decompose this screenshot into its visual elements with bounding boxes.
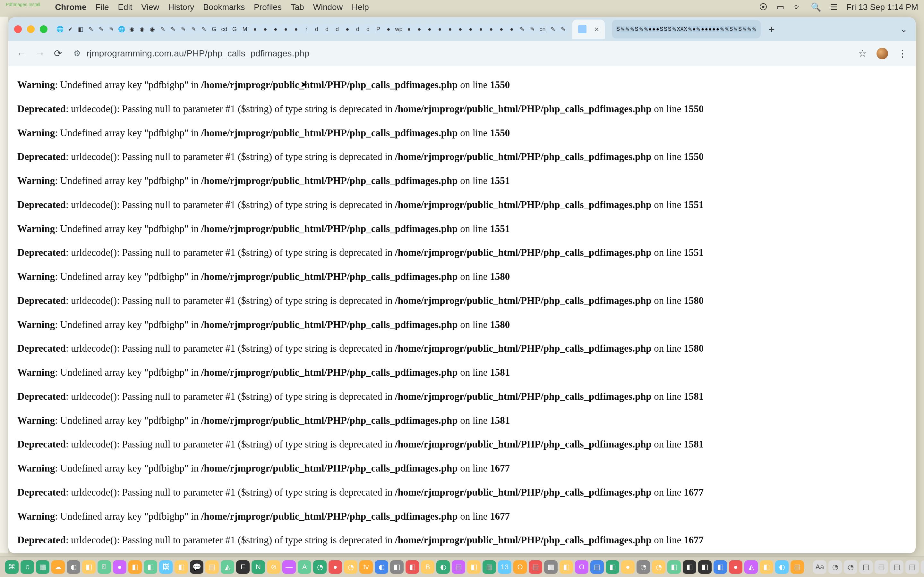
dock-app-icon[interactable]: O xyxy=(513,560,527,574)
pinned-tab-favicon[interactable]: ● xyxy=(384,24,393,34)
pinned-tab-favicon[interactable]: ✎ xyxy=(742,26,746,32)
pinned-tab-favicon[interactable]: ✎ xyxy=(548,24,557,34)
pinned-tab-favicon[interactable]: S xyxy=(664,26,667,32)
dock-app-icon[interactable]: — xyxy=(282,560,296,574)
window-minimize-button[interactable] xyxy=(27,25,35,33)
dock-app-icon[interactable]: ▦ xyxy=(544,560,557,574)
back-button[interactable]: ← xyxy=(17,48,26,59)
pinned-tab-favicon[interactable]: ✎ xyxy=(747,26,751,32)
dock-app-icon[interactable]: ▤ xyxy=(529,560,542,574)
dock-file-icon[interactable]: ▤ xyxy=(875,560,888,574)
pinned-tab-favicon[interactable]: ● xyxy=(260,24,270,34)
battery-icon[interactable]: ▭ xyxy=(776,2,784,12)
pinned-tab-favicon[interactable]: ◉ xyxy=(127,24,137,34)
pinned-tab-favicon[interactable]: ✎ xyxy=(720,26,724,32)
pinned-tab-favicon[interactable]: ● xyxy=(649,26,652,32)
pinned-tab-favicon[interactable]: ● xyxy=(701,26,704,32)
pinned-tab-favicon[interactable]: wp xyxy=(394,24,404,34)
pinned-tab-favicon[interactable]: ● xyxy=(507,24,517,34)
menubar-clock[interactable]: Fri 13 Sep 1:14 PM xyxy=(846,2,918,12)
new-tab-button[interactable]: + xyxy=(768,23,775,35)
dock-app-icon[interactable]: ▤ xyxy=(452,560,465,574)
pinned-tab-favicon[interactable]: ✎ xyxy=(558,24,568,34)
pinned-tab-favicon[interactable]: ● xyxy=(693,26,696,32)
pinned-tab-favicon[interactable]: ✎ xyxy=(158,24,168,34)
dock-app-icon[interactable]: ◧ xyxy=(128,560,142,574)
pinned-tab-favicon[interactable]: ✎ xyxy=(644,26,648,32)
dock-app-icon[interactable]: ◧ xyxy=(683,560,696,574)
pinned-tab-favicon[interactable]: ✎ xyxy=(517,24,527,34)
dock-app-icon[interactable]: ◔ xyxy=(313,560,326,574)
reload-button[interactable]: ⟳ xyxy=(54,48,62,59)
tab-close-button[interactable]: × xyxy=(594,24,599,34)
pinned-tab-favicon[interactable]: ✎ xyxy=(639,26,643,32)
dock-app-icon[interactable]: ◧ xyxy=(606,560,619,574)
pinned-tab-favicon[interactable]: ✎ xyxy=(168,24,178,34)
url-input[interactable] xyxy=(87,48,846,59)
dock-app-icon[interactable]: ◧ xyxy=(760,560,773,574)
pinned-tab-favicon[interactable]: ● xyxy=(456,24,465,34)
dock-app-icon[interactable]: ◧ xyxy=(405,560,419,574)
pinned-tab-favicon[interactable]: S xyxy=(738,26,742,32)
dock-app-icon[interactable]: ◐ xyxy=(375,560,388,574)
dock-app-icon[interactable]: F xyxy=(236,560,250,574)
pinned-tab-favicon[interactable]: ✎ xyxy=(625,26,630,32)
pinned-tab-favicon[interactable]: ● xyxy=(342,24,352,34)
dock-app-icon[interactable]: ◔ xyxy=(344,560,357,574)
pinned-tab-favicon[interactable]: r xyxy=(302,24,311,34)
dock-app-icon[interactable]: ⊘ xyxy=(267,560,280,574)
pinned-tab-favicon[interactable]: ● xyxy=(652,26,656,32)
dock-app-icon[interactable]: ☁ xyxy=(51,560,65,574)
pinned-tab-favicon[interactable]: XXX xyxy=(677,26,687,32)
page-content[interactable]: Warning: Undefined array key "pdfbighp" … xyxy=(8,66,916,553)
pinned-tab-favicon[interactable]: P xyxy=(373,24,383,34)
spotlight-icon[interactable]: 🔍 xyxy=(811,2,821,12)
dock-app-icon[interactable]: ⌘ xyxy=(5,560,19,574)
pinned-tab-favicon[interactable]: ✎ xyxy=(733,26,738,32)
pinned-tab-favicon[interactable]: ● xyxy=(466,24,475,34)
dock-file-icon[interactable]: ▤ xyxy=(921,560,924,574)
active-tab[interactable]: × xyxy=(572,19,605,39)
pinned-tab-favicon[interactable]: ● xyxy=(486,24,496,34)
chrome-menu-icon[interactable]: ⋮ xyxy=(898,48,907,59)
tab-group-right[interactable]: S✎✎✎S✎✎●●●SSS✎XXX✎●✎●●●●●✎✎S✎S✎✎✎ xyxy=(612,20,761,39)
pinned-tab-favicon[interactable]: d xyxy=(333,24,342,34)
pinned-tab-favicon[interactable]: ● xyxy=(291,24,301,34)
pinned-tab-favicon[interactable]: ◉ xyxy=(137,24,147,34)
dock-app-icon[interactable]: ◧ xyxy=(174,560,188,574)
dock-app-icon[interactable]: 🗓 xyxy=(97,560,111,574)
pinned-tab-favicon[interactable]: cd xyxy=(220,24,229,34)
dock-file-icon[interactable]: ▤ xyxy=(905,560,919,574)
dock-app-icon[interactable]: ◭ xyxy=(744,560,758,574)
dock-app-icon[interactable]: ▦ xyxy=(36,560,49,574)
screen-record-icon[interactable]: ⦿ xyxy=(759,2,767,12)
dock-app-icon[interactable]: A xyxy=(298,560,311,574)
pinned-tab-favicon[interactable]: ● xyxy=(281,24,291,34)
dock-app-icon[interactable]: ◧ xyxy=(559,560,573,574)
dock-app-icon[interactable]: ◭ xyxy=(221,560,234,574)
pinned-tab-favicon[interactable]: S xyxy=(730,26,733,32)
pinned-tab-favicon[interactable]: ✎ xyxy=(96,24,106,34)
window-maximize-button[interactable] xyxy=(40,25,47,33)
menu-edit[interactable]: Edit xyxy=(118,2,132,12)
pinned-tab-favicon[interactable]: ● xyxy=(404,24,414,34)
pinned-tab-favicon[interactable]: ● xyxy=(476,24,486,34)
pinned-tab-favicon[interactable]: ● xyxy=(656,26,659,32)
tab-list-caret-icon[interactable]: ⌄ xyxy=(900,24,907,34)
dock-app-icon[interactable]: ◧ xyxy=(698,560,712,574)
pinned-tab-favicon[interactable]: ● xyxy=(425,24,435,34)
window-close-button[interactable] xyxy=(14,25,22,33)
pinned-tab-favicon[interactable]: ● xyxy=(705,26,708,32)
pinned-tab-favicon[interactable]: S xyxy=(660,26,664,32)
menu-history[interactable]: History xyxy=(168,2,194,12)
pinned-tab-favicon[interactable]: ✎ xyxy=(107,24,116,34)
dock-app-icon[interactable]: O xyxy=(575,560,588,574)
pinned-tab-favicon[interactable]: d xyxy=(322,24,332,34)
menu-profiles[interactable]: Profiles xyxy=(254,2,282,12)
app-name[interactable]: Chrome xyxy=(55,2,86,12)
pinned-tab-favicon[interactable]: ◧ xyxy=(76,24,86,34)
menu-bookmarks[interactable]: Bookmarks xyxy=(203,2,245,12)
dock-app-icon[interactable]: ● xyxy=(621,560,635,574)
pinned-tab-favicon[interactable]: S xyxy=(635,26,638,32)
dock-app-icon[interactable]: ◔ xyxy=(636,560,650,574)
